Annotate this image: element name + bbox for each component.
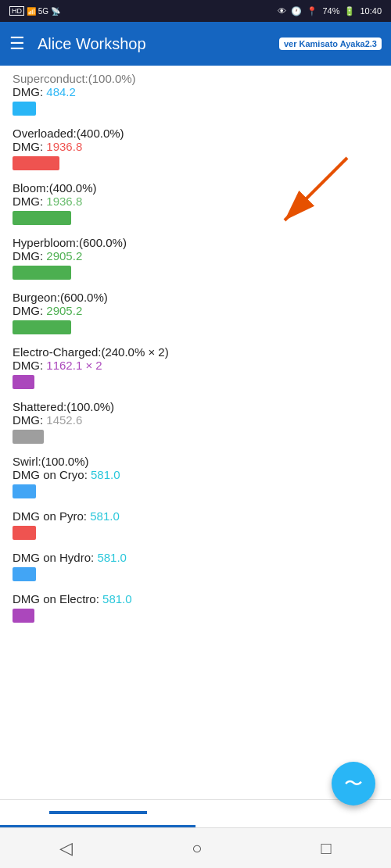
electrocharged-dmg-value: 1162.1 × 2 — [46, 359, 102, 372]
svg-line-1 — [285, 158, 347, 220]
bloom-bar — [13, 211, 71, 225]
status-right-icons: 👁 🕐 📍 74% 🔋 10:40 — [278, 6, 382, 16]
bloom-dmg-label: DMG: — [13, 195, 46, 208]
swirl-pyro-item: DMG on Pyro: 581.0 — [13, 509, 378, 540]
shattered-dmg-label: DMG: — [13, 413, 46, 427]
burgeon-dmg-value: 2905.2 — [46, 304, 82, 317]
swirl-pyro-value: 581.0 — [90, 509, 120, 523]
eye-icon: 👁 — [278, 6, 286, 16]
swirl-name: Swirl:(100.0%) — [13, 455, 378, 468]
back-button[interactable]: ◁ — [44, 832, 88, 865]
bloom-dmg-value: 1936.8 — [46, 195, 82, 208]
shattered-bar — [13, 430, 44, 444]
status-left-icons: HD 📶 5G 📡 — [9, 6, 60, 16]
overloaded-dmg-value: 1936.8 — [46, 140, 82, 153]
electrocharged-bar — [13, 375, 34, 389]
electrocharged-name: Electro-Charged:(240.0% × 2) — [13, 345, 378, 359]
hyperbloom-dmg-label: DMG: — [13, 249, 46, 263]
tab-1-indicator — [49, 811, 147, 814]
electrocharged-dmg-label: DMG: — [13, 359, 46, 372]
time-display: 10:40 — [360, 6, 382, 16]
reaction-superconduct: Superconduct:(100.0%) DMG: 484.2 — [13, 72, 378, 116]
swirl-cryo-dmg: DMG on Cryo: 581.0 — [13, 468, 378, 481]
swirl-cryo-bar — [13, 484, 36, 498]
tab-2[interactable] — [196, 800, 391, 827]
reaction-shattered: Shattered:(100.0%) DMG: 1452.6 — [13, 400, 378, 444]
battery-text: 74% — [322, 6, 339, 16]
superconduct-dmg-value: 484.2 — [46, 85, 76, 98]
wifi-icon: 📡 — [51, 7, 60, 16]
swirl-electro-dmg: DMG on Electro: 581.0 — [13, 592, 378, 605]
superconduct-bar — [13, 102, 36, 116]
swirl-hydro-label: DMG on Hydro: — [13, 551, 97, 564]
app-title: Alice Workshop — [38, 35, 279, 53]
recents-button[interactable]: □ — [306, 832, 347, 865]
swirl-electro-item: DMG on Electro: 581.0 — [13, 592, 378, 623]
orange-arrow — [269, 150, 371, 236]
fab-icon: 〜 — [344, 771, 363, 796]
battery-icon: 🔋 — [344, 6, 355, 16]
superconduct-dmg: DMG: 484.2 — [13, 85, 378, 98]
swirl-hydro-value: 581.0 — [97, 551, 127, 564]
bottom-tabs — [0, 799, 391, 827]
swirl-pyro-label: DMG on Pyro: — [13, 509, 90, 523]
hyperbloom-dmg: DMG: 2905.2 — [13, 249, 378, 263]
shattered-name: Shattered:(100.0%) — [13, 400, 378, 413]
hyperbloom-bar — [13, 266, 71, 280]
electrocharged-dmg: DMG: 1162.1 × 2 — [13, 359, 378, 372]
home-button[interactable]: ○ — [176, 832, 217, 865]
swirl-hydro-item: DMG on Hydro: 581.0 — [13, 551, 378, 581]
swirl-electro-label: DMG on Electro: — [13, 592, 102, 605]
swirl-pyro-dmg: DMG on Pyro: 581.0 — [13, 509, 378, 523]
content-area: Superconduct:(100.0%) DMG: 484.2 Overloa… — [0, 66, 391, 640]
overloaded-dmg-label: DMG: — [13, 140, 46, 153]
swirl-hydro-bar — [13, 567, 36, 581]
menu-icon[interactable]: ☰ — [9, 34, 25, 54]
burgeon-dmg-label: DMG: — [13, 304, 46, 317]
hyperbloom-name: Hyperbloom:(600.0%) — [13, 236, 378, 249]
reaction-burgeon: Burgeon:(600.0%) DMG: 2905.2 — [13, 291, 378, 334]
hyperbloom-dmg-value: 2905.2 — [46, 249, 82, 263]
reaction-hyperbloom: Hyperbloom:(600.0%) DMG: 2905.2 — [13, 236, 378, 280]
swirl-cryo-label: DMG on Cryo: — [13, 468, 91, 481]
swirl-electro-bar — [13, 609, 34, 623]
fab-button[interactable]: 〜 — [332, 762, 375, 805]
version-badge: ver Kamisato Ayaka2.3 — [279, 38, 382, 50]
superconduct-dmg-label: DMG: — [13, 85, 46, 98]
reaction-electrocharged: Electro-Charged:(240.0% × 2) DMG: 1162.1… — [13, 345, 378, 389]
swirl-cryo-value: 581.0 — [91, 468, 120, 481]
overloaded-name: Overloaded:(400.0%) — [13, 127, 378, 140]
status-bar: HD 📶 5G 📡 👁 🕐 📍 74% 🔋 10:40 — [0, 0, 391, 22]
clock-icon: 🕐 — [291, 6, 302, 16]
hd-icon: HD — [9, 6, 24, 16]
app-bar: ☰ Alice Workshop ver Kamisato Ayaka2.3 — [0, 22, 391, 66]
location-icon: 📍 — [307, 6, 317, 16]
swirl-hydro-dmg: DMG on Hydro: 581.0 — [13, 551, 378, 564]
burgeon-dmg: DMG: 2905.2 — [13, 304, 378, 317]
burgeon-name: Burgeon:(600.0%) — [13, 291, 378, 304]
shattered-dmg-value: 1452.6 — [46, 413, 82, 427]
bottom-nav: ◁ ○ □ — [0, 827, 391, 868]
tab-1[interactable] — [0, 800, 196, 827]
shattered-dmg: DMG: 1452.6 — [13, 413, 378, 427]
swirl-pyro-bar — [13, 526, 36, 540]
swirl-electro-value: 581.0 — [102, 592, 132, 605]
overloaded-bar — [13, 156, 59, 170]
burgeon-bar — [13, 320, 71, 334]
signal-icons: 📶 5G — [27, 7, 48, 16]
reaction-swirl: Swirl:(100.0%) DMG on Cryo: 581.0 — [13, 455, 378, 498]
superconduct-name: Superconduct:(100.0%) — [13, 72, 378, 85]
